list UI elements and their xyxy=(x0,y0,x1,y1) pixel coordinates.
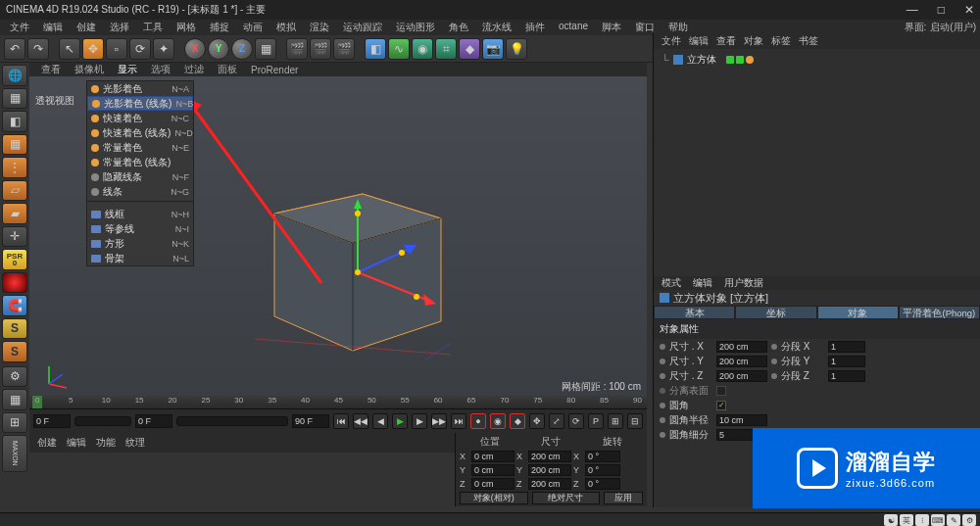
objmgr-tab[interactable]: 书签 xyxy=(799,34,818,48)
prev-key-button[interactable]: ◀◀ xyxy=(353,413,368,429)
axis-button[interactable]: ✛ xyxy=(2,226,27,248)
menu-运动图形[interactable]: 运动图形 xyxy=(390,21,441,34)
layout-value[interactable]: 启动(用户) xyxy=(930,21,976,34)
coord-system-button[interactable]: ▦ xyxy=(255,38,276,60)
record-button[interactable]: ● xyxy=(470,413,486,429)
objmgr-tab[interactable]: 编辑 xyxy=(689,34,709,48)
menu-item[interactable]: 光影着色N~A xyxy=(87,81,193,96)
menu-item[interactable]: 常量着色 (线条) xyxy=(87,155,193,169)
menu-创建[interactable]: 创建 xyxy=(71,21,102,34)
camera-button[interactable]: 📷 xyxy=(482,38,504,60)
viewport-solo-button[interactable] xyxy=(2,272,27,294)
coord-mode1[interactable]: 对象(相对) xyxy=(460,492,528,504)
param-button[interactable]: P xyxy=(588,413,604,429)
menu-角色[interactable]: 角色 xyxy=(443,21,474,34)
menu-窗口[interactable]: 窗口 xyxy=(629,21,661,34)
scale-tool[interactable]: ▫ xyxy=(106,38,127,60)
make-editable-button[interactable]: 🌐 xyxy=(2,65,27,86)
menu-工具[interactable]: 工具 xyxy=(137,21,169,34)
light-button[interactable]: 💡 xyxy=(506,38,527,60)
render-settings-button[interactable]: 🎬 xyxy=(333,38,355,60)
uv-mode-button[interactable]: ▦ xyxy=(2,134,27,156)
p-button[interactable]: ✥ xyxy=(529,413,545,429)
time-slider[interactable] xyxy=(74,416,131,426)
cube-primitive-button[interactable]: ◧ xyxy=(365,38,386,60)
menu-插件[interactable]: 插件 xyxy=(519,21,551,34)
attr-tab[interactable]: 模式 xyxy=(662,276,681,290)
objmgr-tab[interactable]: 查看 xyxy=(716,34,736,48)
lock-z-button[interactable]: Z xyxy=(231,38,253,60)
minimize-button[interactable]: — xyxy=(906,3,918,17)
display-context-menu[interactable]: 光影着色N~A光影着色 (线条)N~B快速着色N~C快速着色 (线条)N~D常量… xyxy=(86,80,194,266)
viewport-tab[interactable]: 查看 xyxy=(37,63,65,76)
octane-button[interactable]: ⚙ xyxy=(2,366,27,388)
menu-脚本[interactable]: 脚本 xyxy=(596,21,627,34)
menu-item[interactable]: 快速着色 (线条)N~D xyxy=(87,125,193,140)
menu-item[interactable]: 等参线N~I xyxy=(87,221,193,236)
options-button[interactable]: ⊟ xyxy=(627,413,643,429)
maximize-button[interactable]: □ xyxy=(938,3,945,17)
environment-button[interactable]: ◆ xyxy=(459,38,480,60)
objmgr-tab[interactable]: 对象 xyxy=(744,34,763,48)
fillet-checkbox[interactable]: ✓ xyxy=(716,401,726,410)
edge-mode-button[interactable]: ▱ xyxy=(2,180,27,202)
materials-tab[interactable]: 功能 xyxy=(96,436,116,450)
menu-渲染[interactable]: 渲染 xyxy=(304,21,335,34)
menu-动画[interactable]: 动画 xyxy=(237,21,269,34)
separate-surface-checkbox[interactable] xyxy=(716,386,726,396)
play-button[interactable]: ▶ xyxy=(392,413,408,429)
rotate-tool[interactable]: ⟳ xyxy=(129,38,151,60)
object-tree-row[interactable]: └ 立方体 xyxy=(662,53,972,67)
content-button[interactable]: ⊞ xyxy=(2,412,27,434)
generator-button[interactable]: ◉ xyxy=(412,38,433,60)
model-mode-button[interactable]: ▦ xyxy=(2,88,27,110)
s2-button[interactable]: S xyxy=(2,341,27,362)
phong-tag[interactable] xyxy=(746,56,754,64)
attr-subtab[interactable]: 基本 xyxy=(654,306,735,319)
menu-模拟[interactable]: 模拟 xyxy=(270,21,302,34)
menu-item[interactable]: 隐藏线条N~F xyxy=(87,169,193,184)
timeline[interactable]: 051015202530354045505560657075808590 ⏮ ◀… xyxy=(29,396,647,433)
time-range-slider[interactable] xyxy=(176,416,288,426)
coord-apply-button[interactable]: 应用 xyxy=(604,492,643,504)
attr-tab[interactable]: 编辑 xyxy=(693,276,712,290)
menu-文件[interactable]: 文件 xyxy=(4,21,35,34)
frame-end-input[interactable] xyxy=(292,414,329,428)
redo-button[interactable]: ↷ xyxy=(27,38,49,60)
prev-frame-button[interactable]: ◀ xyxy=(372,413,388,429)
lock-y-button[interactable]: Y xyxy=(208,38,229,60)
menu-item[interactable]: 线条N~G xyxy=(87,184,193,199)
undo-button[interactable]: ↶ xyxy=(4,38,25,60)
menu-item[interactable]: 快速着色N~C xyxy=(87,111,193,125)
attr-tab[interactable]: 用户数据 xyxy=(724,276,763,290)
render-view-button[interactable]: 🎬 xyxy=(286,38,308,60)
attr-subtab[interactable]: 坐标 xyxy=(735,306,816,319)
s1-button[interactable]: S xyxy=(2,318,27,340)
menu-流水线[interactable]: 流水线 xyxy=(476,21,517,34)
autokey-button[interactable]: ◉ xyxy=(490,413,506,429)
render-region-button[interactable]: 🎬 xyxy=(310,38,331,60)
last-tool[interactable]: ✦ xyxy=(153,38,174,60)
menu-item[interactable]: 骨架N~L xyxy=(87,251,193,265)
keyframe-sel-button[interactable]: ◆ xyxy=(510,413,525,429)
point-mode-button[interactable]: ⋮ xyxy=(2,157,27,178)
plugins-button[interactable]: ▦ xyxy=(2,389,27,410)
viewport-tab[interactable]: 过滤 xyxy=(180,63,208,76)
snap-button[interactable]: 🧲 xyxy=(2,295,27,316)
texture-mode-button[interactable]: ◧ xyxy=(2,111,27,132)
objmgr-tab[interactable]: 文件 xyxy=(662,34,681,48)
menu-item[interactable]: 常量着色N~E xyxy=(87,140,193,155)
viewport-tab[interactable]: 显示 xyxy=(114,63,141,76)
close-button[interactable]: ✕ xyxy=(964,3,974,17)
menu-item[interactable]: 方形N~K xyxy=(87,236,193,251)
menu-捕捉[interactable]: 捕捉 xyxy=(204,21,235,34)
menu-编辑[interactable]: 编辑 xyxy=(37,21,69,34)
viewport-tab[interactable]: 摄像机 xyxy=(71,63,108,76)
materials-tab[interactable]: 纹理 xyxy=(125,436,145,450)
pla-button[interactable]: ⊞ xyxy=(608,413,623,429)
visibility-tag-editor[interactable] xyxy=(726,56,734,64)
poly-mode-button[interactable]: ▰ xyxy=(2,203,27,224)
menu-选择[interactable]: 选择 xyxy=(104,21,135,34)
viewport-tab[interactable]: 选项 xyxy=(147,63,174,76)
lock-x-button[interactable]: X xyxy=(184,38,206,60)
